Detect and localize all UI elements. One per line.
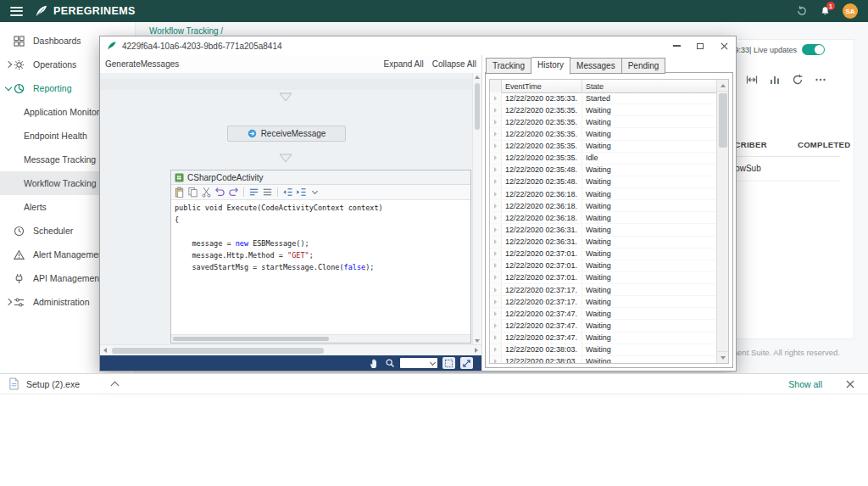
toolbar-overflow-icon[interactable] xyxy=(309,187,320,198)
scrollbar-thumb[interactable] xyxy=(475,83,480,130)
scroll-up-icon[interactable] xyxy=(473,73,481,81)
history-row[interactable]: 12/22/2020 02:37:47.Waiting xyxy=(490,308,717,320)
menu-icon[interactable] xyxy=(10,7,23,16)
canvas-vscrollbar[interactable] xyxy=(472,73,481,345)
history-row[interactable]: 12/22/2020 02:35:35.Idle xyxy=(490,153,717,165)
row-expander-icon[interactable] xyxy=(490,308,502,319)
history-row[interactable]: 12/22/2020 02:36:18.Waiting xyxy=(490,200,717,212)
row-expander-icon[interactable] xyxy=(490,356,502,363)
scrollbar-thumb[interactable] xyxy=(719,93,727,148)
tab-tracking[interactable]: Tracking xyxy=(486,58,531,74)
show-all-link[interactable]: Show all xyxy=(788,379,822,389)
download-menu-caret-icon[interactable] xyxy=(111,381,120,389)
downloads-close-icon[interactable] xyxy=(846,380,854,388)
column-header-eventtime[interactable]: EventTime xyxy=(502,80,582,92)
indent-icon[interactable] xyxy=(296,187,307,198)
canvas-hscrollbar[interactable] xyxy=(100,344,481,355)
history-row[interactable]: 12/22/2020 02:36:18.Waiting xyxy=(490,188,717,200)
live-updates-toggle[interactable] xyxy=(802,44,825,55)
paste-icon[interactable] xyxy=(174,187,185,198)
undo-icon[interactable] xyxy=(214,187,225,198)
row-expander-icon[interactable] xyxy=(490,200,502,211)
copy-icon[interactable] xyxy=(187,187,198,198)
history-row[interactable]: 12/22/2020 02:35:35.Waiting xyxy=(490,128,717,140)
comment-icon[interactable] xyxy=(248,187,259,198)
csharp-code-activity[interactable]: CSharpCodeActivity xyxy=(170,170,471,344)
history-row[interactable]: 12/22/2020 02:35:35.Waiting xyxy=(490,104,717,116)
fit-to-screen-button[interactable] xyxy=(442,357,455,369)
row-expander-icon[interactable] xyxy=(490,188,502,199)
collapse-all-link[interactable]: Collapse All xyxy=(432,59,476,69)
redo-icon[interactable] xyxy=(228,187,239,198)
more-options-icon[interactable] xyxy=(815,74,826,86)
grid-vscrollbar[interactable] xyxy=(716,80,728,363)
cut-icon[interactable] xyxy=(201,187,212,198)
designer-canvas[interactable]: ReceiveMessage CSharpCodeActivity xyxy=(100,73,481,345)
bar-chart-icon[interactable] xyxy=(769,74,781,86)
history-row[interactable]: 12/22/2020 02:35:33.Started xyxy=(490,92,717,104)
history-row[interactable]: 12/22/2020 02:35:48.Waiting xyxy=(490,165,717,176)
scroll-down-icon[interactable] xyxy=(717,351,728,363)
close-button[interactable] xyxy=(712,37,736,55)
row-expander-icon[interactable] xyxy=(490,237,502,248)
modal-titlebar[interactable]: 4229f6a4-10a6-4203-9bd6-771a205a8414 xyxy=(100,36,736,56)
row-expander-icon[interactable] xyxy=(490,116,502,127)
row-expander-icon[interactable] xyxy=(490,104,502,115)
expand-view-button[interactable] xyxy=(460,357,473,369)
scroll-up-icon[interactable] xyxy=(717,80,728,92)
brand[interactable]: PEREGRINEMS xyxy=(35,4,136,18)
row-expander-icon[interactable] xyxy=(490,344,502,355)
history-row[interactable]: 12/22/2020 02:37:01.Waiting xyxy=(490,272,717,284)
tab-messages[interactable]: Messages xyxy=(570,58,622,74)
scrollbar-thumb[interactable] xyxy=(173,337,329,341)
row-expander-icon[interactable] xyxy=(490,296,502,307)
pan-hand-icon[interactable] xyxy=(370,358,380,369)
row-expander-icon[interactable] xyxy=(490,332,502,344)
history-row[interactable]: 12/22/2020 02:35:35.Waiting xyxy=(490,116,717,128)
history-row[interactable]: 12/22/2020 02:35:48.Waiting xyxy=(490,176,717,188)
zoom-icon[interactable] xyxy=(385,358,395,368)
tab-history[interactable]: History xyxy=(531,57,570,75)
scrollbar-thumb[interactable] xyxy=(112,348,324,354)
code-hscrollbar[interactable] xyxy=(171,334,470,343)
notifications-bell-icon[interactable]: 1 xyxy=(820,5,831,17)
code-editor[interactable]: public void Execute(CodeActivityContext … xyxy=(171,200,470,335)
refresh-icon[interactable] xyxy=(792,74,804,86)
history-row[interactable]: 12/22/2020 02:37:01.Waiting xyxy=(490,260,717,272)
row-expander-icon[interactable] xyxy=(490,212,502,223)
row-expander-icon[interactable] xyxy=(490,272,502,283)
refresh-history-icon[interactable] xyxy=(796,5,808,17)
code-activity-header[interactable]: CSharpCodeActivity xyxy=(171,170,470,185)
row-expander-icon[interactable] xyxy=(490,249,502,260)
row-expander-icon[interactable] xyxy=(490,92,502,103)
scroll-right-icon[interactable] xyxy=(471,345,481,355)
history-row[interactable]: 12/22/2020 02:38:03.Waiting xyxy=(490,356,717,363)
zoom-select[interactable] xyxy=(400,358,437,368)
column-header-completed[interactable]: COMPLETED xyxy=(798,140,850,149)
scroll-left-icon[interactable] xyxy=(100,345,110,355)
outdent-icon[interactable] xyxy=(282,187,293,198)
history-row[interactable]: 12/22/2020 02:36:31.Waiting xyxy=(490,237,717,249)
download-filename[interactable]: Setup (2).exe xyxy=(26,379,80,389)
history-row[interactable]: 12/22/2020 02:37:01.Waiting xyxy=(490,249,717,260)
row-expander-icon[interactable] xyxy=(490,260,502,271)
row-expander-icon[interactable] xyxy=(490,176,502,187)
user-avatar[interactable]: SA xyxy=(843,3,858,19)
row-expander-icon[interactable] xyxy=(490,165,502,176)
uncomment-icon[interactable] xyxy=(262,187,273,198)
fit-width-icon[interactable] xyxy=(746,74,758,86)
history-row[interactable]: 12/22/2020 02:36:18.Waiting xyxy=(490,212,717,224)
history-row[interactable]: 12/22/2020 02:37:47.Waiting xyxy=(490,320,717,332)
expand-all-link[interactable]: Expand All xyxy=(383,59,423,69)
history-row[interactable]: 12/22/2020 02:38:03.Waiting xyxy=(490,344,717,356)
row-expander-icon[interactable] xyxy=(490,153,502,164)
row-expander-icon[interactable] xyxy=(490,128,502,139)
history-row[interactable]: 12/22/2020 02:37:17.Waiting xyxy=(490,284,717,296)
receive-message-activity[interactable]: ReceiveMessage xyxy=(227,126,346,142)
minimize-button[interactable] xyxy=(665,37,688,55)
history-row[interactable]: 12/22/2020 02:36:31.Waiting xyxy=(490,224,717,236)
history-row[interactable]: 12/22/2020 02:37:17.Waiting xyxy=(490,296,717,308)
history-row[interactable]: 12/22/2020 02:35:35.Waiting xyxy=(490,141,717,153)
history-row[interactable]: 12/22/2020 02:37:47.Waiting xyxy=(490,332,717,344)
row-expander-icon[interactable] xyxy=(490,224,502,235)
